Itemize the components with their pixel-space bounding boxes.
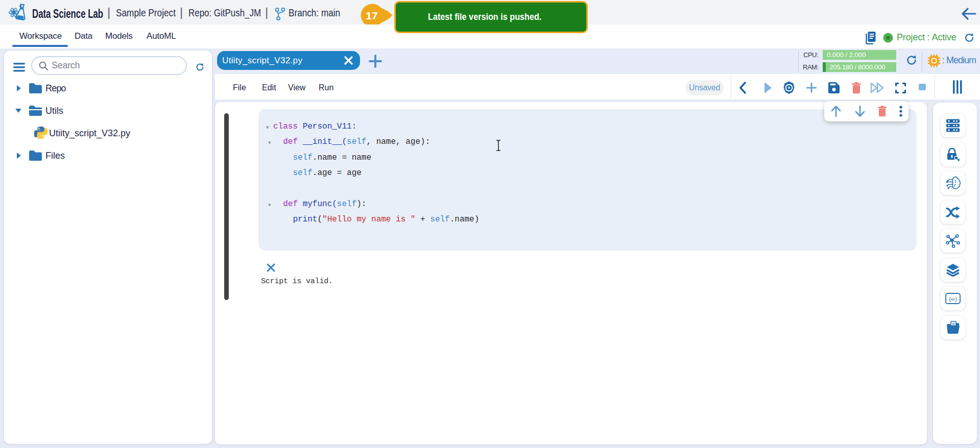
svg-text:(∞): (∞) xyxy=(949,296,957,302)
svg-text:17: 17 xyxy=(366,10,377,21)
